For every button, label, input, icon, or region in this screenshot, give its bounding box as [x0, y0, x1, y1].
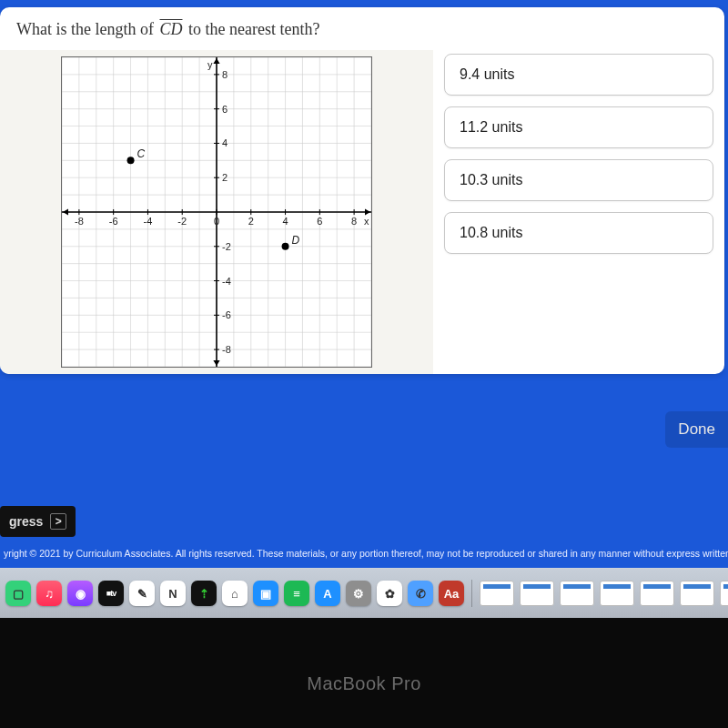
done-button[interactable]: Done: [665, 411, 728, 448]
dock-app-stocks[interactable]: ⇡: [191, 581, 217, 606]
dock-document[interactable]: [520, 581, 554, 606]
svg-text:y: y: [207, 59, 213, 70]
dock-document[interactable]: [640, 581, 674, 606]
desktop-area: What is the length of CD to the nearest …: [0, 0, 728, 593]
dock-app-settings[interactable]: ⚙: [346, 581, 371, 606]
svg-text:-4: -4: [222, 276, 231, 287]
svg-text:2: 2: [248, 216, 254, 227]
device-label: MacBook Pro: [0, 673, 728, 694]
svg-text:-8: -8: [75, 216, 84, 227]
dock-document[interactable]: [560, 581, 594, 606]
svg-text:-4: -4: [144, 216, 153, 227]
svg-marker-42: [213, 58, 219, 64]
svg-text:-2: -2: [222, 241, 231, 252]
segment-cd: CD: [157, 20, 184, 38]
svg-text:D: D: [292, 234, 300, 247]
svg-text:2: 2: [222, 172, 228, 183]
question-card: What is the length of CD to the nearest …: [0, 7, 724, 374]
dock-app-appstore[interactable]: A: [315, 581, 340, 606]
graph-panel: -8-6-4-202468-8-6-4-22468yxCD: [0, 50, 433, 374]
svg-text:0: 0: [214, 216, 219, 227]
chevron-right-icon: >: [50, 513, 66, 530]
svg-text:6: 6: [222, 104, 228, 115]
svg-text:4: 4: [282, 216, 288, 227]
dock-app-contacts[interactable]: ✆: [408, 581, 433, 606]
svg-text:6: 6: [317, 216, 322, 227]
question-text: What is the length of CD to the nearest …: [0, 20, 724, 50]
grid-svg: -8-6-4-202468-8-6-4-22468yxCD: [62, 57, 371, 367]
svg-marker-41: [63, 208, 68, 215]
dock-app-home[interactable]: ⌂: [222, 581, 248, 606]
dock-document[interactable]: [480, 581, 514, 606]
svg-text:4: 4: [222, 137, 228, 148]
svg-marker-40: [365, 208, 370, 215]
dock-document[interactable]: [600, 581, 634, 606]
svg-text:x: x: [364, 216, 369, 227]
svg-text:C: C: [137, 147, 146, 160]
dock-app-dictionary[interactable]: Aa: [439, 581, 464, 606]
dock-app-news[interactable]: N: [160, 581, 186, 606]
svg-text:8: 8: [351, 216, 357, 227]
coordinate-grid: -8-6-4-202468-8-6-4-22468yxCD: [61, 56, 372, 368]
svg-text:-8: -8: [222, 344, 231, 355]
svg-point-82: [282, 243, 289, 250]
dock-app-photos[interactable]: ✿: [377, 581, 402, 606]
svg-marker-43: [213, 360, 219, 366]
dock-app-keynote[interactable]: ▣: [253, 581, 278, 606]
option-b[interactable]: 11.2 units: [444, 106, 713, 148]
svg-text:8: 8: [222, 69, 228, 80]
dock-app-facetime[interactable]: ▢: [5, 581, 31, 606]
progress-label: gress: [9, 514, 43, 529]
svg-text:-6: -6: [109, 216, 118, 227]
option-c[interactable]: 10.3 units: [444, 159, 713, 201]
dock-app-tv[interactable]: ■tv: [98, 581, 124, 606]
svg-point-80: [127, 157, 135, 164]
content-row: -8-6-4-202468-8-6-4-22468yxCD 9.4 units …: [0, 50, 724, 374]
dock-app-podcasts[interactable]: ◉: [67, 581, 93, 606]
progress-button[interactable]: gress >: [0, 506, 76, 537]
dock-document[interactable]: [680, 581, 714, 606]
copyright-text: yright © 2021 by Curriculum Associates. …: [0, 546, 728, 561]
dock-app-music[interactable]: ♫: [36, 581, 62, 606]
question-suffix: to the nearest tenth?: [184, 20, 319, 38]
svg-text:-6: -6: [222, 309, 231, 320]
option-a[interactable]: 9.4 units: [444, 54, 713, 96]
macos-dock[interactable]: ▢♫◉■tv✎N⇡⌂▣≡A⚙✿✆Aa: [0, 568, 728, 618]
dock-separator: [471, 580, 472, 607]
dock-document[interactable]: [720, 581, 728, 606]
dock-app-spotify[interactable]: ≡: [284, 581, 309, 606]
dock-app-notes[interactable]: ✎: [129, 581, 155, 606]
answer-options: 9.4 units 11.2 units 10.3 units 10.8 uni…: [433, 50, 724, 265]
option-d[interactable]: 10.8 units: [444, 212, 713, 254]
svg-text:-2: -2: [177, 216, 187, 227]
question-prefix: What is the length of: [16, 20, 157, 38]
